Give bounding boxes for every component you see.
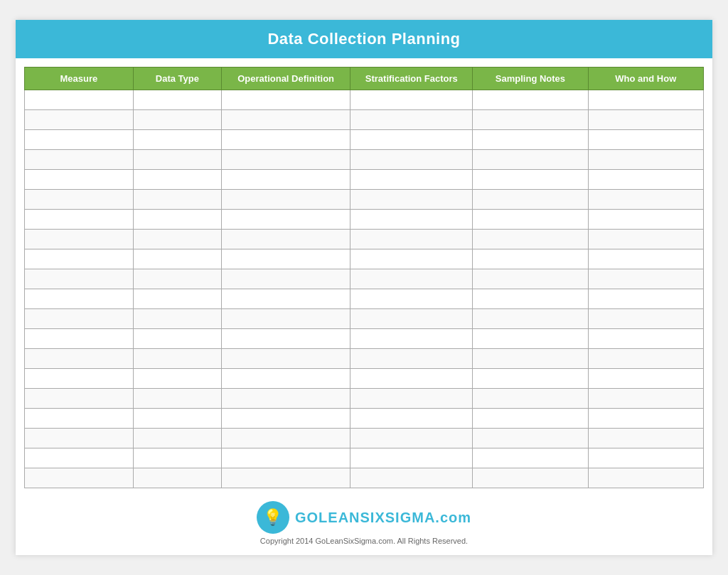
table-header-row: Measure Data Type Operational Definition… [25, 68, 704, 90]
table-cell [473, 429, 588, 448]
logo-circle: 💡 [257, 501, 289, 534]
table-cell [588, 150, 703, 170]
table-cell [588, 289, 703, 309]
table-row[interactable] [25, 389, 704, 409]
table-cell [350, 369, 473, 389]
col-header-whoand: Who and How [588, 68, 703, 90]
logo-green-text: GOLEANSIXSIGMA [295, 510, 435, 525]
table-cell [473, 170, 588, 190]
table-row[interactable] [25, 349, 704, 369]
table-cell [588, 249, 703, 269]
col-header-sampling: Sampling Notes [473, 68, 588, 90]
table-row[interactable] [25, 329, 704, 349]
table-cell [221, 309, 350, 329]
table-row[interactable] [25, 448, 704, 468]
table-cell [350, 389, 473, 409]
table-cell [25, 210, 134, 230]
footer: 💡 GOLEANSIXSIGMA.com Copyright 2014 GoLe… [16, 488, 712, 555]
table-row[interactable] [25, 210, 704, 230]
table-cell [221, 210, 350, 230]
table-cell [473, 230, 588, 249]
table-cell [588, 190, 703, 210]
table-cell [350, 409, 473, 429]
table-cell [133, 150, 221, 170]
table-cell [350, 249, 473, 269]
table-cell [588, 309, 703, 329]
table-cell [25, 389, 134, 409]
table-row[interactable] [25, 468, 704, 488]
table-cell [221, 130, 350, 150]
table-cell [133, 389, 221, 409]
table-cell [133, 130, 221, 150]
table-row[interactable] [25, 130, 704, 150]
table-cell [221, 269, 350, 289]
table-cell [473, 468, 588, 488]
table-row[interactable] [25, 150, 704, 170]
bulb-icon: 💡 [263, 510, 282, 525]
page-title: Data Collection Planning [267, 30, 460, 48]
table-cell [133, 170, 221, 190]
table-cell [133, 369, 221, 389]
table-cell [350, 210, 473, 230]
table-cell [25, 409, 134, 429]
table-cell [350, 429, 473, 448]
table-cell [350, 468, 473, 488]
table-row[interactable] [25, 369, 704, 389]
table-row[interactable] [25, 90, 704, 110]
table-cell [473, 150, 588, 170]
table-cell [221, 249, 350, 269]
table-cell [25, 349, 134, 369]
footer-copyright: Copyright 2014 GoLeanSixSigma.com. All R… [23, 537, 705, 545]
table-cell [588, 448, 703, 468]
table-cell [133, 309, 221, 329]
table-row[interactable] [25, 190, 704, 210]
table-cell [25, 309, 134, 329]
table-cell [350, 230, 473, 249]
table-row[interactable] [25, 110, 704, 130]
table-cell [588, 210, 703, 230]
table-cell [25, 110, 134, 130]
table-cell [473, 249, 588, 269]
table-row[interactable] [25, 289, 704, 309]
table-row[interactable] [25, 429, 704, 448]
footer-logo: 💡 GOLEANSIXSIGMA.com [23, 501, 705, 534]
table-cell [350, 269, 473, 289]
table-cell [350, 349, 473, 369]
table-cell [588, 329, 703, 349]
table-cell [350, 448, 473, 468]
table-body [25, 90, 704, 488]
table-row[interactable] [25, 409, 704, 429]
table-cell [350, 130, 473, 150]
table-cell [588, 130, 703, 150]
table-cell [350, 329, 473, 349]
table-cell [133, 349, 221, 369]
header-bar: Data Collection Planning [16, 20, 712, 58]
table-cell [588, 389, 703, 409]
table-cell [133, 448, 221, 468]
table-cell [133, 210, 221, 230]
table-cell [350, 309, 473, 329]
table-cell [473, 190, 588, 210]
table-row[interactable] [25, 309, 704, 329]
table-row[interactable] [25, 230, 704, 249]
table-cell [221, 468, 350, 488]
col-header-measure: Measure [25, 68, 134, 90]
table-row[interactable] [25, 269, 704, 289]
table-cell [221, 429, 350, 448]
table-cell [25, 269, 134, 289]
table-cell [133, 468, 221, 488]
table-cell [25, 369, 134, 389]
table-cell [221, 170, 350, 190]
table-cell [473, 448, 588, 468]
col-header-strat: Stratification Factors [350, 68, 473, 90]
table-cell [221, 230, 350, 249]
table-cell [221, 349, 350, 369]
table-cell [25, 448, 134, 468]
logo-blue-text: .com [435, 510, 471, 525]
table-cell [25, 130, 134, 150]
table-cell [588, 468, 703, 488]
data-collection-table: Measure Data Type Operational Definition… [24, 67, 704, 488]
table-cell [25, 289, 134, 309]
table-row[interactable] [25, 249, 704, 269]
table-row[interactable] [25, 170, 704, 190]
